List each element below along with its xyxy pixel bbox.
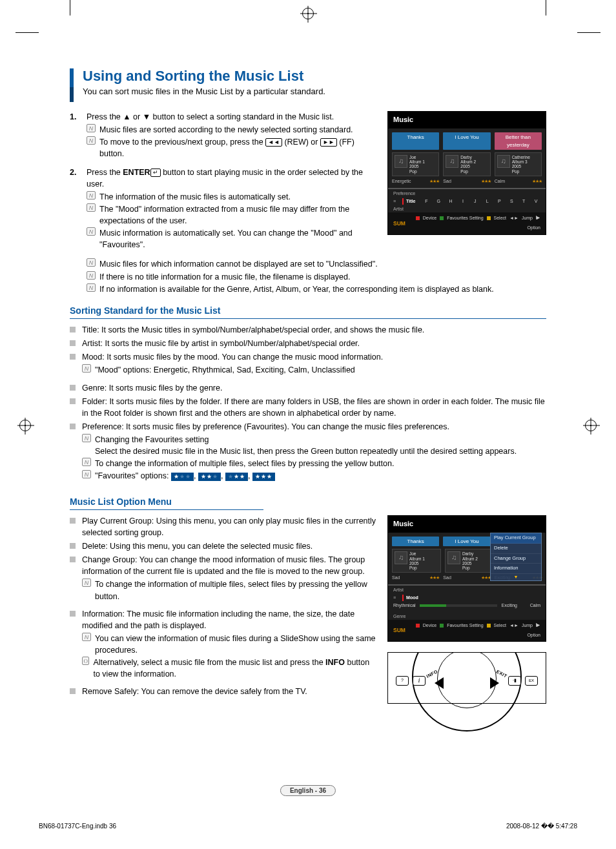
- note-icon: N: [82, 470, 91, 478]
- footer-left: BN68-01737C-Eng.indb 36: [39, 823, 116, 830]
- list-item: Remove Safely: You can remove the device…: [82, 686, 307, 697]
- remote-button: EX: [525, 676, 538, 686]
- osd-sort-icon: ≡: [393, 198, 396, 205]
- note-text: Music files for which information cannot…: [99, 258, 378, 270]
- note-text: You can view the information of music fi…: [95, 633, 378, 656]
- note-icon: N: [87, 258, 96, 267]
- remote-button-icon: O: [82, 657, 89, 665]
- note-text: If no information is available for the G…: [99, 283, 494, 295]
- footer-meta: BN68-01737C-Eng.indb 36 2008-08-12 �� 5:…: [39, 823, 577, 830]
- bullet-icon: [70, 424, 76, 429]
- note-icon: N: [82, 633, 91, 641]
- note-icon: N: [87, 124, 96, 132]
- note-text: To move to the previous/next group, pres…: [99, 136, 378, 159]
- osd-card: ♫JoeAlbum 12005Pop: [392, 549, 441, 573]
- footer-right: 2008-08-12 �� 5:47:28: [506, 823, 577, 830]
- osd-tab: Better than yesterday: [495, 132, 542, 150]
- bullet-icon: [70, 688, 76, 694]
- ff-key-icon: ►►: [320, 138, 337, 147]
- registration-mark: [302, 8, 314, 19]
- bullet-icon: [70, 543, 76, 549]
- remote-ring-inner: [437, 649, 497, 708]
- step-text: Press the ▲ or ▼ button to select a sort…: [87, 111, 378, 123]
- osd-tab: Thanks: [392, 537, 439, 547]
- osd-sum-label: SUM: [393, 626, 406, 634]
- note-icon: N: [82, 434, 91, 442]
- note-icon: N: [82, 578, 91, 587]
- note-icon: N: [87, 283, 96, 292]
- registration-mark: [19, 420, 31, 431]
- bullet-icon: [70, 354, 76, 360]
- rew-key-icon: ◄◄: [265, 138, 282, 147]
- bullet-icon: [70, 557, 76, 562]
- crop-mark: [15, 32, 39, 33]
- list-item: Mood: It sorts music files by the mood. …: [82, 351, 546, 363]
- page-number-pill: English - 36: [280, 784, 336, 796]
- step-number: 1.: [70, 111, 87, 164]
- note-icon: N: [87, 271, 96, 280]
- osd-music-screenshot-2: Music Thanks I Love You Play Current Gro…: [387, 515, 546, 642]
- osd-card: ♫DarbyAlbum 22005Pop: [443, 152, 490, 176]
- note-text: To change the information of multiple fi…: [95, 458, 394, 469]
- osd-tab: Thanks: [392, 132, 439, 150]
- crop-mark: [546, 0, 546, 15]
- page-number: English - 36: [280, 785, 336, 796]
- note-text: "Favourites" options: ★★★, ★★★, ★★★, ★★★: [95, 470, 275, 482]
- osd-menu-item: Information: [491, 564, 541, 574]
- list-item: Folder: It sorts music files by the fold…: [82, 396, 546, 419]
- osd-context-menu: Play Current Group Delete Change Group I…: [490, 533, 542, 582]
- registration-mark: [585, 420, 597, 431]
- subheading: Music List Option Menu: [70, 495, 263, 510]
- osd-card: ♫DarbyAlbum 22005Pop: [445, 549, 494, 573]
- remote-button: ?: [396, 676, 409, 686]
- osd-title: Music: [388, 516, 546, 533]
- list-item: Delete: Using this menu, you can delete …: [82, 540, 313, 552]
- list-item: Play Current Group: Using this menu, you…: [82, 515, 378, 538]
- bullet-icon: [70, 398, 76, 404]
- osd-card: ♫JoeAlbum 12005Pop: [392, 152, 439, 176]
- bullet-icon: [70, 340, 76, 346]
- bullet-icon: [70, 518, 76, 524]
- list-item: Information: The music file information …: [82, 608, 378, 631]
- note-text: Alternatively, select a music file from …: [93, 657, 378, 680]
- note-icon: N: [87, 191, 96, 199]
- note-icon: N: [87, 203, 96, 212]
- osd-menu-item: Delete: [491, 544, 541, 554]
- osd-tab: I Love You: [443, 537, 490, 547]
- note-text: Select the desired music file in the Mus…: [95, 445, 546, 457]
- page-title: Using and Sorting the Music List: [83, 68, 325, 84]
- step-text: Press the ENTER↵ button to start playing…: [87, 167, 378, 190]
- osd-music-screenshot-1: Music Thanks I Love You Better than yest…: [387, 111, 546, 235]
- chevron-down-icon: ▼: [491, 574, 541, 580]
- note-icon: N: [87, 136, 96, 145]
- option-menu-list: Play Current Group: Using this menu, you…: [70, 515, 378, 698]
- list-item: Genre: It sorts music files by the genre…: [82, 382, 222, 394]
- title-accent: [70, 68, 74, 102]
- osd-title: Music: [388, 112, 546, 128]
- list-item: Title: It sorts the Music titles in symb…: [82, 324, 424, 336]
- section-title-bar: Using and Sorting the Music List You can…: [70, 68, 546, 102]
- note-icon: N: [82, 364, 91, 373]
- remote-button: ·▮: [508, 676, 521, 686]
- crop-mark: [577, 32, 601, 33]
- music-note-icon: ♫: [497, 155, 510, 168]
- bullet-icon: [70, 385, 76, 391]
- osd-menu-item: Play Current Group: [491, 533, 541, 544]
- osd-slider: [420, 604, 498, 607]
- osd-card: ♫CatherineAlbum 32005Pop: [495, 152, 542, 176]
- music-note-icon: ♫: [395, 551, 407, 564]
- note-icon: N: [87, 227, 96, 236]
- favorites-option-icon: ★★★: [198, 473, 221, 481]
- arrow-right-icon: [490, 677, 499, 689]
- steps-list: 1. Press the ▲ or ▼ button to select a s…: [70, 111, 378, 254]
- bullet-icon: [70, 611, 76, 617]
- remote-info-button: i: [413, 676, 426, 686]
- subheading: Sorting Standard for the Music List: [70, 304, 546, 319]
- osd-sum-label: SUM: [393, 220, 406, 227]
- note-text: Music information is automatically set. …: [99, 227, 378, 251]
- favorites-option-icon: ★★★: [252, 473, 275, 481]
- bullet-icon: [70, 327, 76, 332]
- osd-sort-icon: ≡: [393, 595, 396, 601]
- page-content: Using and Sorting the Music List You can…: [70, 68, 546, 704]
- note-text: To change the information of multiple fi…: [95, 578, 378, 602]
